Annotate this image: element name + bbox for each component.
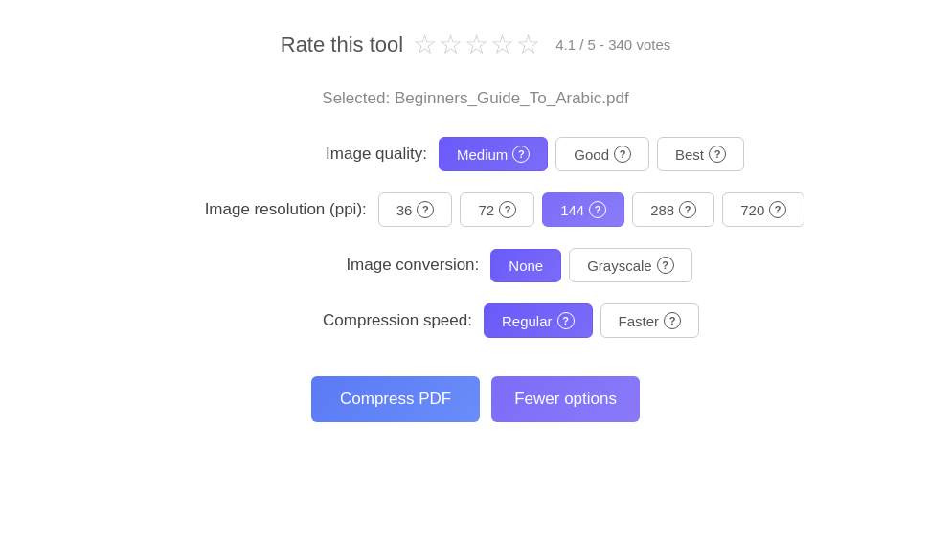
conversion-grayscale-label: Grayscale xyxy=(587,258,652,274)
resolution-288-button[interactable]: 288 ? xyxy=(632,192,714,227)
quality-best-label: Best xyxy=(675,146,704,163)
resolution-72-help-icon[interactable]: ? xyxy=(499,201,516,218)
star-5[interactable]: ☆ xyxy=(516,29,540,60)
options-container: Image quality: Medium ? Good ? Best ? Im… xyxy=(0,137,951,338)
image-conversion-options: None Grayscale ? xyxy=(490,248,691,282)
conversion-grayscale-button[interactable]: Grayscale ? xyxy=(569,248,692,282)
resolution-720-button[interactable]: 720 ? xyxy=(722,192,804,227)
resolution-144-help-icon[interactable]: ? xyxy=(589,201,606,218)
resolution-36-label: 36 xyxy=(396,202,413,218)
compress-pdf-button[interactable]: Compress PDF xyxy=(311,376,480,422)
image-quality-label: Image quality: xyxy=(207,145,427,164)
image-resolution-row: Image resolution (ppi): 36 ? 72 ? 144 ? … xyxy=(147,192,804,227)
star-2[interactable]: ☆ xyxy=(439,29,463,60)
speed-regular-button[interactable]: Regular ? xyxy=(484,303,593,338)
conversion-none-button[interactable]: None xyxy=(490,249,561,282)
image-resolution-label: Image resolution (ppi): xyxy=(147,200,367,219)
resolution-144-button[interactable]: 144 ? xyxy=(542,192,624,227)
resolution-36-button[interactable]: 36 ? xyxy=(378,192,453,227)
speed-regular-help-icon[interactable]: ? xyxy=(557,312,575,329)
compression-speed-row: Compression speed: Regular ? Faster ? xyxy=(252,303,699,338)
star-3[interactable]: ☆ xyxy=(464,29,488,60)
conversion-grayscale-help-icon[interactable]: ? xyxy=(657,257,674,274)
resolution-144-label: 144 xyxy=(560,202,584,218)
resolution-720-label: 720 xyxy=(740,202,764,218)
speed-faster-button[interactable]: Faster ? xyxy=(600,303,700,338)
quality-good-help-icon[interactable]: ? xyxy=(614,146,631,163)
resolution-288-label: 288 xyxy=(650,202,674,218)
compression-speed-options: Regular ? Faster ? xyxy=(484,303,699,338)
star-1[interactable]: ☆ xyxy=(413,29,437,60)
image-resolution-options: 36 ? 72 ? 144 ? 288 ? 720 ? xyxy=(378,192,804,227)
quality-medium-help-icon[interactable]: ? xyxy=(512,146,530,163)
quality-best-button[interactable]: Best ? xyxy=(657,137,744,171)
quality-good-button[interactable]: Good ? xyxy=(555,137,649,171)
quality-medium-button[interactable]: Medium ? xyxy=(439,137,548,171)
resolution-288-help-icon[interactable]: ? xyxy=(679,201,696,218)
resolution-72-label: 72 xyxy=(478,202,494,218)
speed-regular-label: Regular xyxy=(502,313,553,329)
image-conversion-row: Image conversion: None Grayscale ? xyxy=(259,248,691,282)
resolution-36-help-icon[interactable]: ? xyxy=(417,201,434,218)
fewer-options-button[interactable]: Fewer options xyxy=(491,376,640,422)
action-buttons: Compress PDF Fewer options xyxy=(311,376,640,422)
conversion-none-label: None xyxy=(509,258,543,274)
speed-faster-help-icon[interactable]: ? xyxy=(664,312,681,329)
speed-faster-label: Faster xyxy=(619,313,660,329)
rating-section: Rate this tool ☆ ☆ ☆ ☆ ☆ 4.1 / 5 - 340 v… xyxy=(281,29,670,60)
resolution-720-help-icon[interactable]: ? xyxy=(769,201,786,218)
image-quality-options: Medium ? Good ? Best ? xyxy=(439,137,744,171)
compression-speed-label: Compression speed: xyxy=(252,311,472,330)
star-4[interactable]: ☆ xyxy=(490,29,514,60)
image-conversion-label: Image conversion: xyxy=(259,256,479,275)
star-rating[interactable]: ☆ ☆ ☆ ☆ ☆ xyxy=(413,29,540,60)
image-quality-row: Image quality: Medium ? Good ? Best ? xyxy=(207,137,744,171)
rating-count: 4.1 / 5 - 340 votes xyxy=(555,36,670,53)
selected-file: Selected: Beginners_Guide_To_Arabic.pdf xyxy=(322,89,628,108)
quality-good-label: Good xyxy=(574,146,609,163)
quality-best-help-icon[interactable]: ? xyxy=(709,146,726,163)
resolution-72-button[interactable]: 72 ? xyxy=(460,192,534,227)
quality-medium-label: Medium xyxy=(457,146,508,163)
rate-tool-label: Rate this tool xyxy=(281,33,403,57)
